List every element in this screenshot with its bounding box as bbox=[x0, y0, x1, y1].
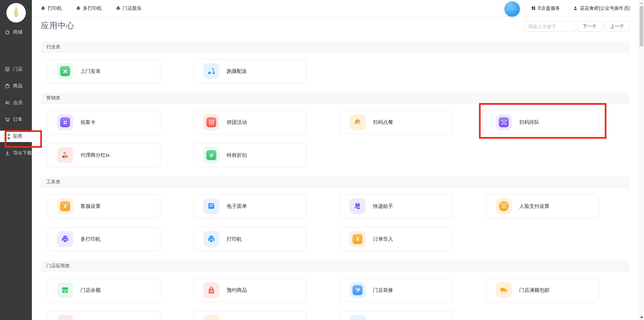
clock-text: --:-- bbox=[506, 7, 518, 11]
vertical-scrollbar[interactable] bbox=[639, 0, 644, 320]
app-card-label: 扫码排队 bbox=[519, 119, 539, 126]
sidebar: 商城 门店 商品 会员 订单 应用 导出下载 bbox=[0, 0, 32, 320]
sidebar-item-export-download[interactable]: 导出下载 bbox=[0, 147, 32, 159]
scooter-icon bbox=[203, 63, 219, 79]
app-card[interactable]: 拼团活动 bbox=[194, 110, 307, 134]
app-card-partial[interactable] bbox=[340, 311, 453, 320]
app-grid: 拓客卡拼团活动扫码点餐扫码排队代理商分红tx特权折扣 bbox=[48, 110, 623, 167]
app-card-label: 特权折扣 bbox=[227, 152, 247, 158]
app-card[interactable]: 上门安装 bbox=[48, 59, 160, 83]
app-card-partial[interactable] bbox=[48, 311, 160, 320]
topbar-item-printer[interactable]: 打印机 bbox=[41, 5, 62, 11]
sidebar-item-label: 门店 bbox=[13, 66, 22, 72]
printer-icon bbox=[203, 231, 219, 247]
app-card[interactable]: 拓客卡 bbox=[48, 110, 160, 134]
app-card[interactable]: 门店装修 bbox=[340, 278, 453, 302]
prev-button[interactable]: 上一个 bbox=[605, 21, 630, 32]
sidebar-item-stores[interactable]: 门店 bbox=[0, 63, 32, 75]
app-card-label: 电子面单 bbox=[227, 203, 247, 210]
sidebar-item-orders[interactable]: 订单 bbox=[0, 114, 32, 125]
keyword-search-input[interactable] bbox=[524, 21, 575, 32]
app-card-label: 快递助手 bbox=[373, 203, 393, 210]
app-card[interactable]: 多打印机 bbox=[48, 227, 160, 251]
app-card-label: 客服设置 bbox=[80, 203, 101, 210]
home-icon bbox=[4, 29, 10, 35]
app-card-label: 扫码点餐 bbox=[373, 119, 393, 126]
app-card[interactable]: 电子面单 bbox=[194, 194, 307, 218]
app-card[interactable]: 打印机 bbox=[194, 227, 307, 251]
sidebar-item-label: 商城 bbox=[13, 29, 22, 35]
app-card[interactable]: 跑腿配送 bbox=[194, 59, 307, 83]
clock-widget[interactable]: --:-- bbox=[504, 1, 521, 17]
section-header: 营销类 bbox=[41, 93, 630, 103]
grid-icon bbox=[531, 6, 536, 11]
app-card[interactable]: 扫码排队 bbox=[486, 110, 599, 134]
user-menu[interactable]: 花花食府(公众号操作员) bbox=[573, 5, 630, 11]
download-icon bbox=[4, 150, 10, 156]
perfume-bottle-logo-icon bbox=[9, 6, 23, 19]
app-card-label: 代理商分红tx bbox=[80, 152, 110, 158]
goods-icon bbox=[4, 83, 10, 89]
sidebar-item-label: 应用 bbox=[13, 133, 22, 139]
printer-icon bbox=[116, 6, 121, 11]
app-card[interactable]: 扫码点餐 bbox=[340, 110, 453, 134]
topbar-item-label: 打印机 bbox=[48, 5, 62, 11]
members-icon bbox=[4, 100, 10, 106]
roller-icon bbox=[350, 282, 366, 298]
section-header: 工具类 bbox=[41, 177, 630, 187]
sidebar-item-apps[interactable]: 应用 bbox=[0, 131, 32, 142]
arrowbox-icon bbox=[203, 114, 219, 130]
scroll-down-arrow-icon[interactable] bbox=[640, 317, 643, 319]
store-icon bbox=[4, 66, 10, 72]
app-card[interactable]: 订单导入 bbox=[340, 227, 453, 251]
sidebar-item-mall[interactable]: 商城 bbox=[0, 27, 32, 38]
topbar-item-store-shareholder[interactable]: 门店股东 bbox=[116, 5, 142, 11]
section-header: 行业类 bbox=[41, 42, 630, 52]
swap-icon bbox=[203, 147, 219, 163]
app-card-label: 人脸支付设置 bbox=[519, 203, 549, 210]
topbar-item-label: 多打印机 bbox=[83, 5, 102, 11]
topbar-item-multi-printer[interactable]: 多打印机 bbox=[76, 5, 102, 11]
app-card[interactable]: 门店满额包邮 bbox=[486, 278, 599, 302]
people2-icon bbox=[57, 114, 73, 130]
next-button[interactable]: 下一个 bbox=[577, 21, 602, 32]
package-icon bbox=[350, 198, 366, 214]
app-card[interactable]: 预约商品 bbox=[194, 278, 307, 302]
truck-icon bbox=[496, 282, 512, 298]
app-card-label: 跑腿配送 bbox=[227, 68, 247, 75]
sidebar-item-goods[interactable]: 商品 bbox=[0, 80, 32, 92]
app-card[interactable]: 人脸支付设置 bbox=[486, 194, 599, 218]
face-icon bbox=[496, 198, 512, 214]
scroll-up-arrow-icon[interactable] bbox=[640, 2, 643, 4]
app-grid: 门店余额预约商品门店装修门店满额包邮 bbox=[48, 278, 623, 320]
app-sections: 行业类上门安装跑腿配送营销类拓客卡拼团活动扫码点餐扫码排队代理商分红tx特权折扣… bbox=[41, 42, 630, 320]
app-card[interactable]: 代理商分红tx bbox=[48, 143, 160, 167]
sidebar-item-members[interactable]: 会员 bbox=[0, 97, 32, 108]
sidebar-item-label: 会员 bbox=[13, 100, 22, 106]
storefront-icon bbox=[57, 282, 73, 298]
qr-icon bbox=[496, 114, 512, 130]
page-title: 应用中心 bbox=[41, 20, 74, 31]
app-card-partial[interactable] bbox=[194, 311, 307, 320]
app-card-label: 门店满额包邮 bbox=[519, 287, 549, 293]
app-grid: 客服设置电子面单快递助手人脸支付设置多打印机打印机订单导入 bbox=[48, 194, 623, 251]
app-card[interactable]: 客服设置 bbox=[48, 194, 160, 218]
agent-icon bbox=[57, 147, 73, 163]
sidebar-item-label: 导出下载 bbox=[13, 150, 32, 156]
app-card-label: 订单导入 bbox=[373, 236, 393, 242]
app-card[interactable]: 门店余额 bbox=[48, 278, 160, 302]
yen-icon bbox=[350, 231, 366, 247]
service-label: E企盈服务 bbox=[538, 5, 560, 11]
scrollbar-thumb[interactable] bbox=[640, 6, 643, 46]
app-card-label: 门店装修 bbox=[373, 287, 393, 293]
service-menu[interactable]: E企盈服务 bbox=[531, 5, 560, 11]
tools-icon bbox=[57, 63, 73, 79]
app-card[interactable]: 快递助手 bbox=[340, 194, 453, 218]
apps-icon bbox=[4, 134, 10, 139]
app-card[interactable]: 特权折扣 bbox=[194, 143, 307, 167]
user-label: 花花食府(公众号操作员) bbox=[580, 5, 630, 11]
printer-icon bbox=[41, 6, 46, 11]
app-card-label: 拓客卡 bbox=[80, 119, 96, 126]
merchant-logo[interactable] bbox=[6, 3, 26, 22]
sidebar-item-label: 商品 bbox=[13, 83, 22, 89]
